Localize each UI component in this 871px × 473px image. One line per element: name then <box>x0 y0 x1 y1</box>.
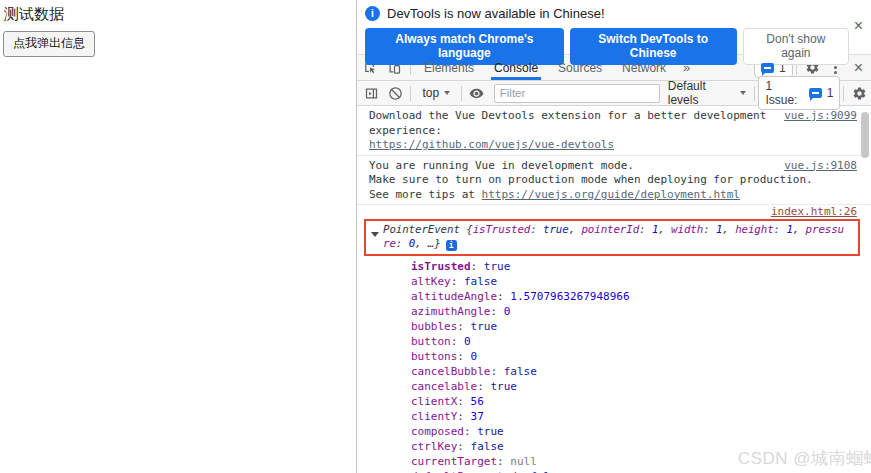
pointer-summary[interactable]: PointerEvent {isTrusted: true, pointerId… <box>383 223 852 251</box>
object-property: altitudeAngle: 1.5707963267948966 <box>411 289 857 304</box>
console-settings-gear-icon[interactable] <box>847 81 871 105</box>
message-link[interactable]: https://vuejs.org/guide/deployment.html <box>482 188 740 201</box>
console-messages: vue.js:9099Download the Vue Devtools ext… <box>357 106 871 205</box>
issues-bubble-icon <box>809 88 822 98</box>
object-property: clientY: 37 <box>411 409 857 424</box>
chevron-down-icon <box>444 91 450 95</box>
context-selector[interactable]: top <box>414 86 458 100</box>
object-property: clientX: 56 <box>411 394 857 409</box>
object-property: buttons: 0 <box>411 349 857 364</box>
filter-input[interactable] <box>494 84 660 103</box>
devtools-language-banner: i DevTools is now available in Chinese! … <box>357 0 871 55</box>
tab-network[interactable]: Network <box>612 55 676 80</box>
issue-text: 1 Issue: <box>765 79 803 107</box>
object-property: cancelable: true <box>411 379 857 394</box>
expander-triangle-icon[interactable] <box>371 232 379 237</box>
pointer-event-log: index.html:26 PointerEvent {isTrusted: t… <box>357 205 871 473</box>
annotation-red-box: PointerEvent {isTrusted: true, pointerId… <box>364 219 860 256</box>
source-link[interactable]: vue.js:9099 <box>784 109 857 124</box>
banner-message: DevTools is now available in Chinese! <box>387 6 605 21</box>
info-icon: i <box>365 6 380 21</box>
message-link[interactable]: https://github.com/vuejs/vue-devtools <box>369 138 614 151</box>
context-label: top <box>422 86 439 100</box>
clear-console-icon[interactable] <box>384 81 408 105</box>
value-info-icon[interactable]: i <box>446 240 457 251</box>
watermark: CSDN @城南蝈蝈 <box>738 447 871 470</box>
scrollbar-thumb[interactable] <box>861 112 869 158</box>
console-message: vue.js:9108You are running Vue in develo… <box>357 156 871 206</box>
issues-bubble-icon <box>761 63 774 73</box>
object-property: bubbles: true <box>411 319 857 334</box>
divider <box>843 86 844 101</box>
chevron-down-icon <box>740 91 746 95</box>
issue-count: 1 <box>827 86 834 100</box>
console-sidebar-icon[interactable] <box>360 81 384 105</box>
divider <box>754 86 755 101</box>
divider <box>410 86 411 101</box>
web-page: 测试数据 点我弹出信息 <box>0 0 356 473</box>
console-message: vue.js:9099Download the Vue Devtools ext… <box>357 106 871 156</box>
banner-close-icon[interactable]: × <box>850 16 867 36</box>
popup-button[interactable]: 点我弹出信息 <box>3 31 95 57</box>
object-property: altKey: false <box>411 274 857 289</box>
dont-show-again-button[interactable]: Don't show again <box>743 28 849 65</box>
log-levels-selector[interactable]: Default levels <box>660 79 755 107</box>
source-link[interactable]: vue.js:9108 <box>784 159 857 174</box>
object-property: button: 0 <box>411 334 857 349</box>
log-levels-label: Default levels <box>668 79 736 107</box>
divider <box>461 86 462 101</box>
tab-sources[interactable]: Sources <box>548 55 612 80</box>
object-property: isTrusted: true <box>411 259 857 274</box>
console-toolbar: top Default levels 1 Issue: 1 <box>357 81 871 106</box>
source-link[interactable]: index.html:26 <box>771 205 857 218</box>
object-property: composed: true <box>411 424 857 439</box>
devtools-panel: i DevTools is now available in Chinese! … <box>356 0 871 473</box>
page-title: 测试数据 <box>4 5 356 24</box>
object-property: azimuthAngle: 0 <box>411 304 857 319</box>
console-log: vue.js:9099Download the Vue Devtools ext… <box>357 106 871 473</box>
object-property: cancelBubble: false <box>411 364 857 379</box>
issues-counter[interactable]: 1 Issue: 1 <box>758 76 840 110</box>
pointer-properties: isTrusted: truealtKey: falsealtitudeAngl… <box>369 256 857 473</box>
eye-icon[interactable] <box>465 81 489 105</box>
devtools-close-icon[interactable]: × <box>846 59 871 77</box>
tab-elements[interactable]: Elements <box>414 55 484 80</box>
tab-console[interactable]: Console <box>484 55 548 80</box>
